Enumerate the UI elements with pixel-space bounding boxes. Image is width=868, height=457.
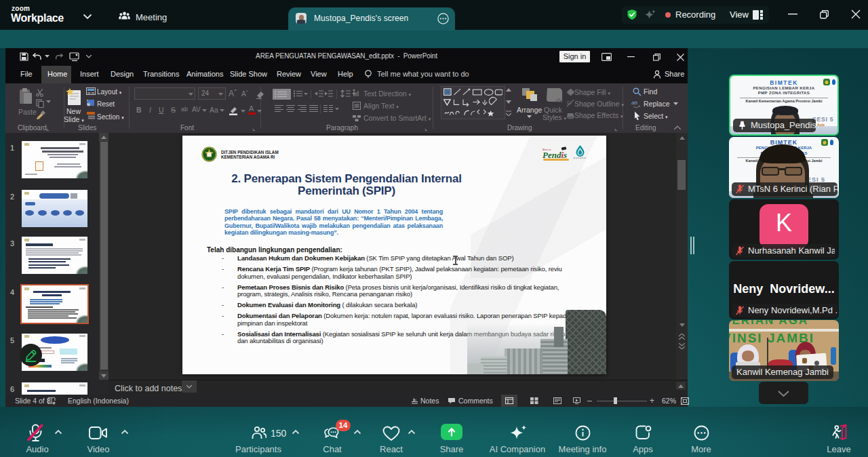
svg-text:ab: ab bbox=[631, 100, 637, 106]
